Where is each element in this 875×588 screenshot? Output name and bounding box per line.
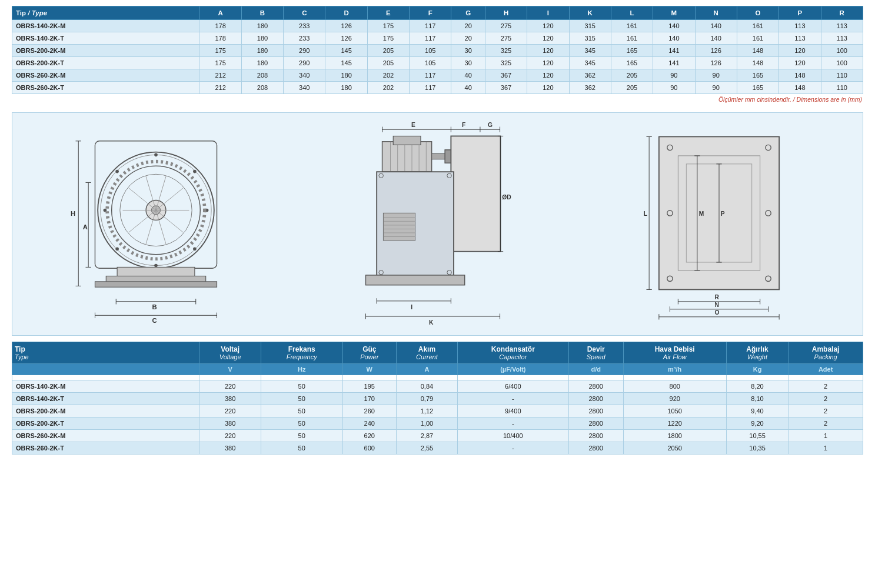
dim-header-i: I (527, 6, 569, 20)
dim-value: 202 (367, 82, 409, 94)
dim-value: 120 (779, 45, 821, 57)
spec-value: 1 (789, 430, 863, 442)
spec-value: 10,55 (726, 430, 788, 442)
dim-value: 110 (821, 82, 863, 94)
svg-rect-52 (394, 136, 421, 145)
dim-value: 40 (451, 82, 485, 94)
separator-row (12, 375, 863, 380)
svg-text:E: E (412, 122, 416, 128)
dim-value: 180 (325, 82, 367, 94)
svg-text:P: P (721, 211, 725, 217)
dim-value: 340 (284, 69, 325, 82)
dim-value: 113 (779, 20, 821, 32)
spec-value: 1220 (623, 417, 726, 430)
svg-text:H: H (71, 210, 75, 217)
spec-value: 220 (199, 405, 261, 417)
dim-header-a: A (199, 6, 241, 20)
svg-point-4 (193, 170, 197, 173)
dim-header-h: H (485, 6, 527, 20)
spec-value: 50 (261, 405, 342, 417)
spec-value: 10/400 (457, 430, 568, 442)
dim-value: 180 (241, 57, 283, 69)
svg-text:M: M (698, 211, 704, 217)
spec-value: 2 (789, 393, 863, 405)
dim-value: 120 (527, 20, 569, 32)
dim-value: 212 (199, 69, 241, 82)
dim-value: 315 (569, 20, 611, 32)
model-name: OBRS-140-2K-M (12, 380, 199, 393)
model-name: OBRS-260-2K-T (12, 82, 199, 94)
spec-value: 2800 (568, 380, 623, 393)
specs-table-row: OBRS-200-2K-T380502401,00-280012209,202 (12, 417, 863, 430)
spec-value: 220 (199, 380, 261, 393)
dim-value: 105 (410, 57, 451, 69)
dim-table-row: OBRS-200-2K-M175180290145205105303251203… (12, 45, 863, 57)
dim-value: 362 (569, 69, 611, 82)
specs-table-row: OBRS-140-2K-T380501700,79-28009208,102 (12, 393, 863, 405)
dim-value: 202 (367, 69, 409, 82)
svg-point-3 (154, 153, 158, 157)
dim-value: 175 (367, 32, 409, 45)
dim-value: 205 (611, 82, 653, 94)
specs-unit-a--rl-k: Kg (726, 364, 788, 375)
dim-value: 178 (199, 32, 241, 45)
dim-value: 90 (695, 82, 737, 94)
spec-value: 50 (261, 417, 342, 430)
dim-table-row: OBRS-260-2K-M212208340180202117403671203… (12, 69, 863, 82)
specs-col-voltaj: VoltajVoltage (199, 342, 261, 364)
dim-value: 117 (410, 20, 451, 32)
specs-unit-devir: d/d (568, 364, 623, 375)
svg-text:K: K (429, 319, 434, 326)
dim-value: 126 (695, 45, 737, 57)
spec-value: 9,20 (726, 417, 788, 430)
specs-table-row: OBRS-260-2K-T380506002,55-2800205010,351 (12, 442, 863, 455)
dim-header-b: B (241, 6, 283, 20)
dim-value: 367 (485, 69, 527, 82)
dim-value: 165 (611, 57, 653, 69)
spec-value: 2,55 (397, 442, 458, 455)
diagram-plate-view: L M P R N O (581, 119, 857, 329)
svg-text:C: C (152, 317, 157, 324)
specs-table-row: OBRS-140-2K-M220501950,846/40028008008,2… (12, 380, 863, 393)
spec-value: 2 (789, 380, 863, 393)
dim-table-row: OBRS-140-2K-M178180233126175117202751203… (12, 20, 863, 32)
spec-value: 380 (199, 393, 261, 405)
dimensions-table-section: Tip / TypeABCDEFGHIKLMNOPR OBRS-140-2K-M… (12, 6, 863, 106)
svg-text:ØD: ØD (503, 194, 511, 201)
spec-value: 380 (199, 417, 261, 430)
dim-value: 325 (485, 45, 527, 57)
dim-header-c: C (284, 6, 325, 20)
spec-value: 9/400 (457, 405, 568, 417)
svg-text:G: G (488, 122, 493, 128)
dim-value: 126 (325, 32, 367, 45)
specs-col-frekans: FrekansFrequency (261, 342, 342, 364)
dim-value: 90 (653, 82, 695, 94)
specs-header-units-row: VHzWA(µF/Volt)d/dm³/hKgAdet (12, 364, 863, 375)
dim-header-d: D (325, 6, 367, 20)
dim-value: 110 (821, 69, 863, 82)
dim-header-l: L (611, 6, 653, 20)
svg-line-20 (156, 210, 183, 232)
dim-value: 205 (611, 69, 653, 82)
spec-value: 260 (342, 405, 396, 417)
model-name: OBRS-260-2K-T (12, 442, 199, 455)
dim-value: 205 (367, 57, 409, 69)
spec-value: 0,84 (397, 380, 458, 393)
model-name: OBRS-200-2K-M (12, 405, 199, 417)
dim-value: 161 (737, 20, 778, 32)
svg-rect-61 (384, 213, 415, 240)
dim-header-g: G (451, 6, 485, 20)
specs-table-row: OBRS-200-2K-M220502601,129/400280010509,… (12, 405, 863, 417)
spec-value: 240 (342, 417, 396, 430)
model-name: OBRS-140-2K-M (12, 20, 199, 32)
dim-table-header-row: Tip / TypeABCDEFGHIKLMNOPR (12, 6, 863, 20)
specs-unit-ambalaj: Adet (789, 364, 863, 375)
model-name: OBRS-200-2K-T (12, 57, 199, 69)
specs-unit-tip (12, 364, 199, 375)
specs-unit-ak-m: A (397, 364, 458, 375)
dim-value: 113 (779, 32, 821, 45)
svg-text:I: I (411, 304, 413, 310)
spec-value: 380 (199, 442, 261, 455)
dim-value: 340 (284, 82, 325, 94)
spec-value: 220 (199, 430, 261, 442)
